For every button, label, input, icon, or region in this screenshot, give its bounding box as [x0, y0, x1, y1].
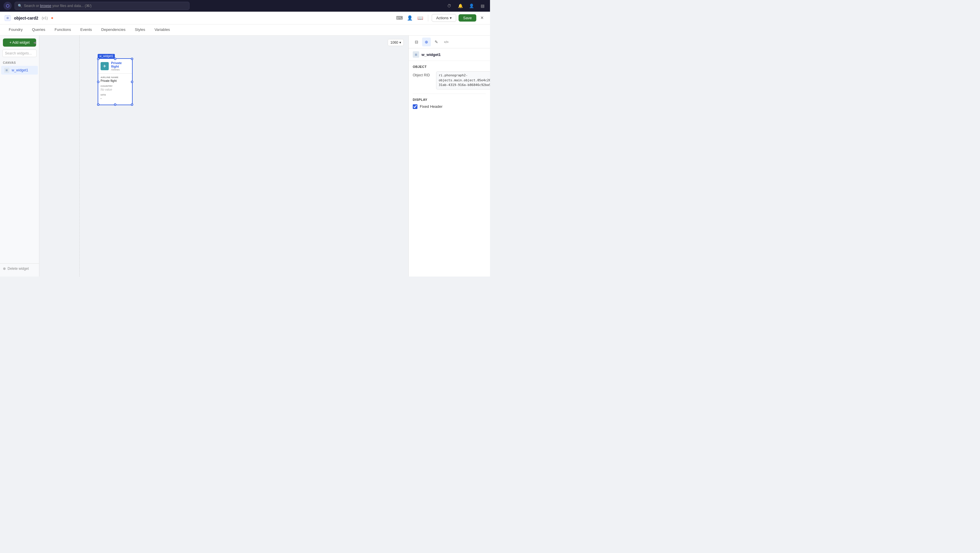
tab-functions[interactable]: Functions: [51, 24, 75, 35]
airline-name-value: Private flight: [100, 79, 130, 83]
resize-handle-bottom-right[interactable]: [131, 103, 133, 106]
airplane-icon: ✈: [103, 64, 107, 68]
widget-item-label: w_widget1: [12, 68, 28, 72]
rp-layout-tool[interactable]: ⊟: [412, 38, 421, 46]
titlebar-actions: ⌨ 👤 📖 Actions ▾ Save ×: [395, 14, 485, 22]
logo-icon: ⬡: [6, 3, 10, 8]
rp-divider: [413, 94, 486, 94]
widget-on-canvas[interactable]: w_widget1 ✈ Private flight: [98, 53, 133, 105]
canvas-toolbar: 1060 ▾: [388, 39, 404, 46]
resize-handle-bottom-center[interactable]: [114, 103, 116, 106]
card-header-title: Private flight: [111, 61, 130, 68]
doc-icon-symbol: ⊞: [6, 16, 9, 19]
tab-styles[interactable]: Styles: [130, 24, 149, 35]
widget-item-icon: ⊞: [4, 68, 10, 73]
rp-display-section-label: DISPLAY: [413, 98, 486, 102]
actions-button[interactable]: Actions ▾: [432, 14, 456, 22]
right-panel-toolbar: ⊟ ⊕ ✎ </>: [409, 35, 490, 48]
card-header-icon: ✈: [100, 62, 109, 70]
rp-code-tool[interactable]: </>: [442, 38, 451, 46]
document-version: (v1): [42, 16, 48, 20]
card-header: ✈ Private flight Airlines: [98, 59, 132, 74]
nav-tabs: Foundry Queries Functions Events Depende…: [0, 24, 490, 35]
rp-layers-tool[interactable]: ⊕: [422, 38, 431, 46]
right-panel-content: OBJECT Object RID ri.phonograph2-objects…: [409, 61, 490, 276]
iata-label: IATA: [100, 94, 130, 96]
actions-label: Actions: [436, 16, 449, 20]
topbar-right-icons: ⏱ 🔔 👤 ▤: [445, 2, 487, 10]
resize-handle-top-right[interactable]: [131, 58, 133, 60]
rp-edit-tool[interactable]: ✎: [432, 38, 441, 46]
main-layout: + Add widget ◀ CANVAS ⊞ w_widget1 ⊗ Dele…: [0, 35, 490, 276]
rp-object-section-label: OBJECT: [413, 65, 486, 68]
card-header-text: Private flight Airlines: [111, 61, 130, 71]
share-icon[interactable]: 👤: [406, 14, 414, 22]
rp-fixed-header-row: Fixed Header: [413, 104, 486, 109]
resize-handle-top-left[interactable]: [97, 58, 99, 60]
resize-handle-top-center[interactable]: [114, 58, 116, 60]
document-name: object-card2: [14, 16, 38, 21]
unsaved-indicator: [51, 17, 53, 19]
iata-value: -: [100, 97, 130, 100]
sidebar-bottom: ⊗ Delete widget: [0, 264, 39, 273]
card-header-subtitle: Airlines: [111, 68, 130, 71]
tab-events[interactable]: Events: [76, 24, 96, 35]
zoom-selector[interactable]: 1060 ▾: [388, 39, 404, 46]
collapse-sidebar-button[interactable]: ◀: [30, 38, 38, 47]
user-profile-icon[interactable]: 👤: [467, 2, 476, 10]
right-panel: ⊟ ⊕ ✎ </> ⊞ w_widget1 OBJECT Object RID …: [408, 35, 490, 276]
widget-search-input[interactable]: [2, 49, 37, 57]
sidebar-item-w-widget1[interactable]: ⊞ w_widget1: [1, 66, 38, 75]
country-value: No value: [100, 88, 130, 91]
tab-queries[interactable]: Queries: [28, 24, 49, 35]
zoom-chevron-icon: ▾: [399, 40, 401, 44]
sidebar-toggle-icon[interactable]: ▤: [478, 2, 487, 10]
card-field-airline-name: AIRLINE NAME Private flight: [100, 76, 130, 83]
keyboard-shortcut-icon[interactable]: ⌨: [395, 14, 403, 22]
search-placeholder-text: Search or browse your files and data... …: [24, 4, 92, 8]
notifications-icon[interactable]: 🔔: [456, 2, 465, 10]
book-icon[interactable]: 📖: [416, 14, 425, 22]
widget-selection-label: w_widget1: [98, 54, 115, 58]
top-navigation-bar: ⬡ 🔍 Search or browse your files and data…: [0, 0, 490, 12]
search-icon: 🔍: [18, 4, 22, 8]
titlebar-separator: [428, 14, 428, 22]
delete-widget-button[interactable]: ⊗ Delete widget: [3, 267, 29, 271]
rp-widget-name: w_widget1: [422, 52, 441, 57]
canvas-grid-line: [79, 35, 80, 276]
canvas-area: 1060 ▾ w_widget1 ✈: [39, 35, 408, 276]
tab-variables[interactable]: Variables: [150, 24, 174, 35]
fixed-header-checkbox[interactable]: [413, 104, 417, 109]
resize-handle-middle-left[interactable]: [97, 81, 99, 83]
actions-chevron-icon: ▾: [450, 16, 452, 20]
app-logo: ⬡: [3, 2, 12, 10]
zoom-value: 1060: [390, 40, 398, 44]
tab-foundry[interactable]: Foundry: [5, 24, 27, 35]
title-bar: ⊞ object-card2 (v1) ⌨ 👤 📖 Actions ▾ Save…: [0, 12, 490, 24]
card-body: AIRLINE NAME Private flight COUNTRY No v…: [98, 74, 132, 105]
delete-icon: ⊗: [3, 267, 6, 271]
rp-object-rid-row: Object RID ri.phonograph2-objects.main.o…: [413, 72, 486, 89]
recent-activity-icon[interactable]: ⏱: [445, 2, 453, 10]
close-button[interactable]: ×: [479, 14, 485, 22]
save-button[interactable]: Save: [458, 14, 477, 22]
resize-handle-bottom-left[interactable]: [97, 103, 99, 106]
rp-widget-icon: ⊞: [413, 51, 419, 58]
rp-object-rid-value[interactable]: ri.phonograph2-objects.main.object.05e4c…: [436, 72, 490, 89]
rp-object-rid-label: Object RID: [413, 72, 433, 77]
resize-handle-middle-right[interactable]: [131, 81, 133, 83]
canvas-section-label: CANVAS: [0, 60, 39, 65]
card-field-country: COUNTRY No value: [100, 85, 130, 91]
country-label: COUNTRY: [100, 85, 130, 87]
airline-name-label: AIRLINE NAME: [100, 76, 130, 79]
left-sidebar: + Add widget ◀ CANVAS ⊞ w_widget1 ⊗ Dele…: [0, 35, 39, 276]
card-field-iata: IATA -: [100, 94, 130, 100]
widget-card[interactable]: ✈ Private flight Airlines AIRLINE NAME P…: [98, 58, 133, 105]
tab-dependencies[interactable]: Dependencies: [97, 24, 129, 35]
global-search[interactable]: 🔍 Search or browse your files and data..…: [14, 2, 189, 10]
fixed-header-label: Fixed Header: [420, 104, 442, 109]
delete-label: Delete widget: [8, 267, 29, 271]
doc-type-icon: ⊞: [5, 15, 11, 21]
right-panel-widget-header: ⊞ w_widget1: [409, 48, 490, 61]
